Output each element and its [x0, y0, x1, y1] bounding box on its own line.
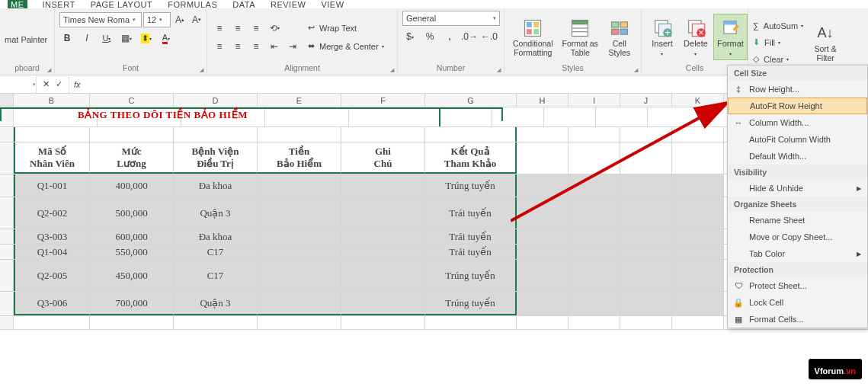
cell[interactable]	[258, 174, 341, 197]
align-bottom-icon[interactable]: ≡	[248, 21, 264, 36]
cell[interactable]	[517, 142, 569, 174]
menu-hide-unhide[interactable]: Hide & Unhide▶	[728, 180, 867, 197]
col-header[interactable]: G	[425, 94, 517, 107]
increase-font-icon[interactable]: A▴	[172, 12, 187, 27]
cell[interactable]	[258, 292, 341, 315]
tab-review[interactable]: REVIEW	[271, 0, 306, 9]
tab-insert[interactable]: INSERT	[43, 0, 75, 9]
cell[interactable]: 700,000	[90, 292, 174, 315]
cell[interactable]	[569, 127, 620, 142]
tab-home[interactable]: ME	[8, 0, 27, 9]
cell[interactable]	[620, 316, 672, 329]
name-box[interactable]: ▾	[0, 75, 37, 93]
cell[interactable]	[425, 316, 517, 329]
cell[interactable]	[341, 245, 425, 259]
menu-autofit-col-width[interactable]: AutoFit Column Width	[728, 131, 867, 148]
cell[interactable]	[672, 174, 724, 197]
cell[interactable]	[620, 245, 672, 259]
cell[interactable]: Trúng tuyến	[425, 292, 517, 315]
cell[interactable]	[672, 316, 724, 329]
cell[interactable]: C17	[174, 245, 258, 259]
cell[interactable]	[341, 316, 425, 329]
underline-icon[interactable]: U ▾	[99, 30, 114, 46]
cell[interactable]	[258, 245, 341, 259]
col-header[interactable]: K	[672, 94, 724, 107]
align-top-icon[interactable]: ≡	[212, 21, 227, 36]
col-header[interactable]: B	[14, 94, 90, 107]
cell[interactable]	[14, 127, 90, 142]
autosum-button[interactable]: ∑AutoSum ▾	[753, 18, 803, 34]
cell[interactable]: Đa khoa	[174, 229, 258, 244]
col-header[interactable]: C	[90, 94, 174, 107]
cell[interactable]	[620, 292, 672, 315]
format-as-table-button[interactable]: Format as Table	[559, 14, 602, 59]
col-header[interactable]: J	[620, 94, 672, 107]
cell[interactable]	[14, 316, 90, 329]
menu-default-width[interactable]: Default Width...	[728, 148, 867, 165]
menu-protect-sheet[interactable]: 🛡Protect Sheet...	[728, 277, 867, 294]
tab-pagelayout[interactable]: PAGE LAYOUT	[91, 0, 153, 9]
format-painter[interactable]: mat Painter	[5, 35, 47, 44]
menu-row-height[interactable]: ‡Row Height...	[728, 81, 867, 98]
col-header[interactable]: E	[258, 94, 341, 107]
merge-center-button[interactable]: ⬌Merge & Center ▾	[308, 39, 384, 54]
decrease-font-icon[interactable]: A▾	[189, 12, 204, 27]
cell[interactable]	[569, 316, 620, 329]
cell[interactable]: Bệnh Viện Điều Trị	[174, 142, 258, 174]
cell[interactable]	[258, 316, 341, 329]
cell[interactable]: C17	[174, 260, 258, 291]
cell[interactable]	[90, 316, 174, 329]
bold-icon[interactable]: B	[59, 30, 75, 46]
tab-view[interactable]: VIEW	[321, 0, 344, 9]
col-header[interactable]: F	[341, 94, 425, 107]
cell[interactable]	[517, 174, 569, 197]
cell[interactable]: Q2-002	[14, 197, 90, 229]
cell[interactable]	[258, 229, 341, 244]
tab-data[interactable]: DATA	[232, 0, 255, 9]
wrap-text-button[interactable]: ↩Wrap Text	[308, 21, 384, 36]
cell[interactable]	[425, 127, 517, 142]
cell[interactable]	[620, 127, 672, 142]
cell[interactable]	[517, 197, 569, 229]
cell[interactable]	[672, 229, 724, 244]
cell[interactable]: 500,000	[90, 197, 174, 229]
cell[interactable]	[341, 127, 425, 142]
cell[interactable]	[569, 292, 620, 315]
align-right-icon[interactable]: ≡	[248, 39, 264, 54]
cell[interactable]: Đa khoa	[174, 174, 258, 197]
cell[interactable]	[517, 316, 569, 329]
align-middle-icon[interactable]: ≡	[230, 21, 245, 36]
percent-icon[interactable]: %	[422, 29, 437, 44]
cell[interactable]	[341, 229, 425, 244]
cell[interactable]	[544, 107, 596, 126]
indent-inc-icon[interactable]: ⇥	[285, 39, 300, 54]
italic-icon[interactable]: I	[79, 30, 94, 46]
cell[interactable]: Mức Lương	[90, 142, 174, 174]
cell[interactable]	[258, 260, 341, 291]
conditional-formatting-button[interactable]: Conditional Formatting	[509, 14, 557, 59]
borders-icon[interactable]: ▦ ▾	[119, 30, 134, 46]
cell[interactable]	[174, 127, 258, 142]
cell[interactable]: Trúng tuyến	[425, 260, 517, 291]
comma-icon[interactable]: ,	[442, 29, 457, 44]
cell[interactable]: Quận 3	[174, 292, 258, 315]
cell[interactable]: Q3-006	[14, 292, 90, 315]
cell[interactable]: Trái tuyến	[425, 245, 517, 259]
cell[interactable]	[569, 197, 620, 229]
cell[interactable]	[258, 197, 341, 229]
cell[interactable]: Q1-001	[14, 174, 90, 197]
cell[interactable]	[672, 260, 724, 291]
cell[interactable]	[569, 142, 620, 174]
cell[interactable]: Quận 3	[174, 197, 258, 229]
cell[interactable]	[569, 260, 620, 291]
cell[interactable]	[569, 245, 620, 259]
cell[interactable]	[341, 197, 425, 229]
cell[interactable]: Trái tuyến	[425, 197, 517, 229]
cell[interactable]	[596, 107, 648, 126]
col-header[interactable]: D	[174, 94, 258, 107]
align-center-icon[interactable]: ≡	[230, 39, 245, 54]
cell[interactable]	[569, 174, 620, 197]
orientation-icon[interactable]: ⟲▾	[267, 21, 282, 36]
cell[interactable]: Ghi Chú	[341, 142, 425, 174]
cell[interactable]	[90, 127, 174, 142]
